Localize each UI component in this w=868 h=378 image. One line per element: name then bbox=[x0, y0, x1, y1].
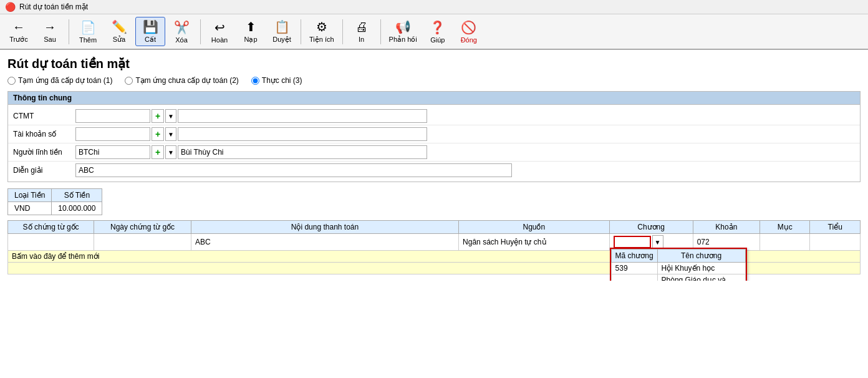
nguoi-linh-tien-input-group: + ▼ bbox=[75, 145, 427, 159]
separator-3 bbox=[301, 19, 301, 44]
forward-label: Sau bbox=[44, 36, 56, 43]
forward-button[interactable]: → Sau bbox=[35, 17, 65, 46]
chuong-input[interactable] bbox=[614, 236, 651, 248]
print-label: In bbox=[359, 36, 364, 43]
undo-button[interactable]: ↩ Hoàn bbox=[205, 17, 234, 46]
radio-input-1[interactable] bbox=[7, 77, 16, 85]
feedback-button[interactable]: 📢 Phản hồi bbox=[385, 17, 422, 46]
save-button[interactable]: 💾 Cất bbox=[135, 17, 165, 46]
chuong-dropdown-btn[interactable]: ▼ bbox=[652, 235, 663, 249]
approve-button[interactable]: 📋 Duyệt bbox=[267, 17, 297, 46]
dropdown-ma-1: 539 bbox=[611, 263, 657, 274]
radio-option-1[interactable]: Tạm ứng đã cấp dự toán (1) bbox=[7, 76, 112, 85]
add-button[interactable]: 📄 Thêm bbox=[73, 17, 103, 46]
main-content: Rút dự toán tiền mặt Tạm ứng đã cấp dự t… bbox=[0, 50, 868, 281]
back-label: Trước bbox=[9, 36, 27, 44]
add-icon: 📄 bbox=[80, 20, 96, 35]
thong-tin-chung-section: Thông tin chung CTMT + ▼ Tài khoản số + … bbox=[7, 91, 861, 182]
cell-noi-dung[interactable]: ABC bbox=[191, 234, 458, 251]
dien-giai-label: Diễn giải bbox=[13, 166, 75, 175]
separator-4 bbox=[342, 19, 343, 44]
radio-option-2[interactable]: Tạm ứng chưa cấp dự toán (2) bbox=[125, 76, 238, 85]
ctmt-name-input[interactable] bbox=[178, 109, 427, 123]
radio-input-2[interactable] bbox=[125, 77, 133, 85]
separator-5 bbox=[380, 19, 381, 44]
radio-label-2: Tạm ứng chưa cấp dự toán (2) bbox=[135, 76, 238, 85]
ctmt-plus-button[interactable]: + bbox=[152, 109, 164, 123]
utility-label: Tiện ích bbox=[309, 36, 334, 44]
dropdown-table: Mã chương Tên chương 539 Hội Khuyến học bbox=[611, 249, 746, 281]
load-button[interactable]: ⬆ Nạp bbox=[236, 17, 266, 46]
feedback-label: Phản hồi bbox=[389, 36, 417, 44]
table-row: ABC Ngân sách Huyện tự chủ ▼ Mã chương bbox=[8, 234, 861, 251]
help-button[interactable]: ❓ Giúp bbox=[423, 17, 453, 46]
col-noidung-header: Nội dung thanh toán bbox=[191, 221, 458, 234]
cell-muc[interactable] bbox=[760, 234, 809, 251]
cell-ngay-ctg[interactable] bbox=[94, 234, 191, 251]
ctmt-dropdown-button[interactable]: ▼ bbox=[165, 109, 176, 123]
undo-icon: ↩ bbox=[215, 20, 225, 35]
separator-2 bbox=[200, 19, 201, 44]
nguoi-linh-tien-plus-button[interactable]: + bbox=[152, 145, 164, 159]
delete-button[interactable]: ✂️ Xóa bbox=[166, 17, 196, 46]
dropdown-col-ten: Tên chương bbox=[657, 250, 745, 263]
radio-label-1: Tạm ứng đã cấp dự toán (1) bbox=[18, 76, 112, 85]
add-label: Thêm bbox=[79, 36, 97, 44]
utility-button[interactable]: ⚙ Tiện ích bbox=[305, 17, 339, 46]
dropdown-ma-2: 622 bbox=[611, 274, 657, 281]
delete-icon: ✂️ bbox=[174, 20, 190, 35]
dropdown-row-1[interactable]: 539 Hội Khuyến học bbox=[611, 263, 745, 274]
close-icon: 🚫 bbox=[461, 20, 476, 35]
back-button[interactable]: ← Trước bbox=[4, 17, 34, 46]
section-header: Thông tin chung bbox=[8, 92, 860, 105]
print-button[interactable]: 🖨 In bbox=[347, 17, 377, 46]
close-button[interactable]: 🚫 Đóng bbox=[454, 17, 484, 46]
tai-khoan-dropdown-button[interactable]: ▼ bbox=[165, 127, 176, 141]
cell-tieu[interactable] bbox=[810, 234, 861, 251]
tai-khoan-input[interactable] bbox=[75, 127, 150, 141]
approve-label: Duyệt bbox=[272, 36, 291, 44]
dropdown-row-2[interactable]: 622 Phòng Giáo dục và Đào tạo bbox=[611, 274, 745, 281]
radio-input-3[interactable] bbox=[251, 77, 259, 85]
section-body: CTMT + ▼ Tài khoản số + ▼ bbox=[8, 105, 860, 182]
help-icon: ❓ bbox=[430, 20, 445, 35]
radio-option-3[interactable]: Thực chi (3) bbox=[251, 76, 302, 85]
edit-button[interactable]: ✏️ Sửa bbox=[104, 17, 134, 46]
load-icon: ⬆ bbox=[246, 19, 256, 34]
cell-so-ctg[interactable] bbox=[8, 234, 94, 251]
currency-col-so: Số Tiền bbox=[52, 189, 102, 202]
nguoi-linh-tien-row: Người lĩnh tiền + ▼ bbox=[8, 143, 860, 162]
ctmt-input[interactable] bbox=[75, 109, 150, 123]
dien-giai-row: Diễn giải bbox=[8, 162, 860, 179]
nguoi-linh-tien-dropdown-button[interactable]: ▼ bbox=[165, 145, 176, 159]
close-label: Đóng bbox=[461, 36, 477, 44]
col-tieu-header: Tiểu bbox=[810, 221, 861, 234]
separator-1 bbox=[69, 19, 69, 44]
chuong-input-group: ▼ bbox=[614, 235, 689, 249]
undo-label: Hoàn bbox=[211, 36, 228, 44]
tai-khoan-input-group: + ▼ bbox=[75, 127, 427, 141]
cell-nguon[interactable]: Ngân sách Huyện tự chủ bbox=[459, 234, 609, 251]
save-label: Cất bbox=[145, 36, 156, 44]
currency-loai-tien: VND bbox=[8, 202, 52, 215]
col-nguon-header: Nguồn bbox=[459, 221, 609, 234]
toolbar: ← Trước → Sau 📄 Thêm ✏️ Sửa 💾 Cất ✂️ Xóa… bbox=[0, 14, 868, 50]
col-chuong-header: Chương bbox=[609, 221, 693, 234]
tai-khoan-name-input[interactable] bbox=[178, 127, 427, 141]
print-icon: 🖨 bbox=[355, 20, 368, 34]
nguoi-linh-tien-label: Người lĩnh tiền bbox=[13, 148, 75, 157]
dien-giai-input[interactable] bbox=[75, 163, 512, 177]
currency-table: Loại Tiền Số Tiền VND 10.000.000 bbox=[7, 188, 102, 215]
tai-khoan-plus-button[interactable]: + bbox=[152, 127, 164, 141]
dropdown-header-row: Mã chương Tên chương bbox=[611, 250, 745, 263]
help-label: Giúp bbox=[430, 36, 445, 44]
feedback-icon: 📢 bbox=[395, 19, 411, 34]
nguoi-linh-tien-code-input[interactable] bbox=[75, 145, 150, 159]
nguoi-linh-tien-name-input[interactable] bbox=[178, 145, 427, 159]
radio-label-3: Thực chi (3) bbox=[262, 76, 302, 85]
currency-so-tien: 10.000.000 bbox=[52, 202, 102, 215]
ctmt-row: CTMT + ▼ bbox=[8, 107, 860, 125]
col-khoan-header: Khoản bbox=[693, 221, 760, 234]
radio-group: Tạm ứng đã cấp dự toán (1) Tạm ứng chưa … bbox=[7, 76, 861, 85]
cell-chuong[interactable]: ▼ Mã chương Tên chương bbox=[609, 234, 693, 251]
